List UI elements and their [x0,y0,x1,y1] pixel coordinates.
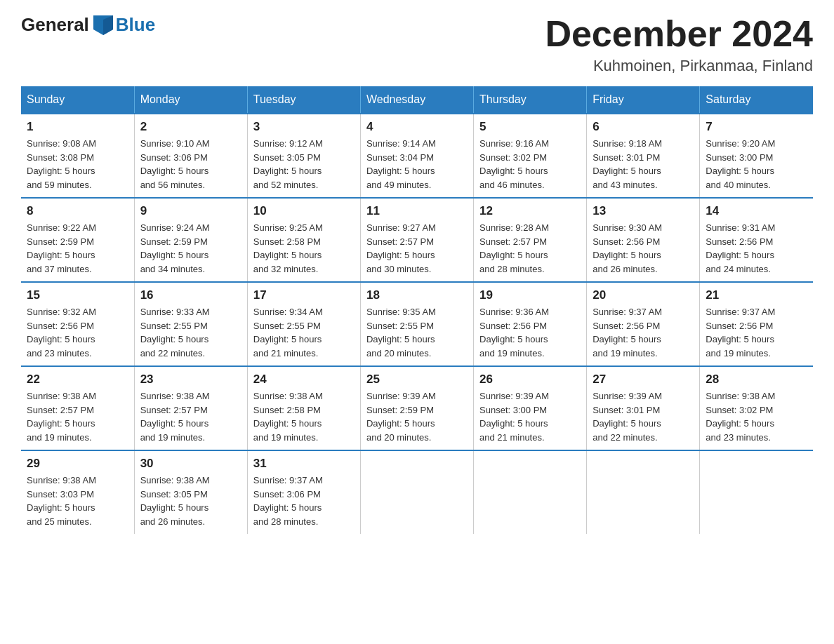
day-number: 16 [140,288,241,302]
day-info: Sunrise: 9:38 AMSunset: 3:05 PMDaylight:… [140,474,241,528]
calendar-cell: 25Sunrise: 9:39 AMSunset: 2:59 PMDayligh… [360,366,473,450]
calendar-cell: 14Sunrise: 9:31 AMSunset: 2:56 PMDayligh… [700,198,813,282]
calendar-cell: 23Sunrise: 9:38 AMSunset: 2:57 PMDayligh… [134,366,247,450]
day-info: Sunrise: 9:25 AMSunset: 2:58 PMDaylight:… [253,221,355,276]
day-info: Sunrise: 9:24 AMSunset: 2:59 PMDaylight:… [140,221,241,276]
weekday-header-friday: Friday [587,86,700,114]
day-number: 15 [27,288,128,302]
day-number: 31 [253,457,355,471]
day-info: Sunrise: 9:38 AMSunset: 2:57 PMDaylight:… [140,389,241,444]
weekday-header-row: SundayMondayTuesdayWednesdayThursdayFrid… [21,86,813,114]
day-number: 6 [593,120,694,134]
page-header: General Blue December 2024 Kuhmoinen, Pi… [21,14,813,75]
day-number: 8 [27,204,128,218]
calendar-cell: 16Sunrise: 9:33 AMSunset: 2:55 PMDayligh… [134,282,247,366]
calendar-cell: 7Sunrise: 9:20 AMSunset: 3:00 PMDaylight… [700,114,813,198]
calendar-cell: 15Sunrise: 9:32 AMSunset: 2:56 PMDayligh… [21,282,134,366]
calendar-cell: 10Sunrise: 9:25 AMSunset: 2:58 PMDayligh… [247,198,360,282]
calendar-body: 1Sunrise: 9:08 AMSunset: 3:08 PMDaylight… [21,114,813,534]
day-number: 20 [593,288,694,302]
calendar-cell: 9Sunrise: 9:24 AMSunset: 2:59 PMDaylight… [134,198,247,282]
day-number: 4 [366,120,468,134]
day-info: Sunrise: 9:28 AMSunset: 2:57 PMDaylight:… [479,221,581,276]
weekday-header-thursday: Thursday [474,86,587,114]
day-number: 9 [140,204,241,218]
day-number: 1 [27,120,128,134]
day-info: Sunrise: 9:16 AMSunset: 3:02 PMDaylight:… [479,137,581,192]
day-info: Sunrise: 9:12 AMSunset: 3:05 PMDaylight:… [253,137,355,192]
day-info: Sunrise: 9:39 AMSunset: 3:01 PMDaylight:… [593,389,694,444]
calendar-cell: 22Sunrise: 9:38 AMSunset: 2:57 PMDayligh… [21,366,134,450]
day-info: Sunrise: 9:37 AMSunset: 3:06 PMDaylight:… [253,474,355,528]
day-number: 7 [706,120,807,134]
day-info: Sunrise: 9:22 AMSunset: 2:59 PMDaylight:… [27,221,128,276]
calendar-cell [360,450,473,534]
month-title: December 2024 [545,14,813,54]
calendar-cell: 20Sunrise: 9:37 AMSunset: 2:56 PMDayligh… [587,282,700,366]
calendar-cell: 3Sunrise: 9:12 AMSunset: 3:05 PMDaylight… [247,114,360,198]
weekday-header-monday: Monday [134,86,247,114]
calendar-cell: 29Sunrise: 9:38 AMSunset: 3:03 PMDayligh… [21,450,134,534]
weekday-header-wednesday: Wednesday [360,86,473,114]
day-info: Sunrise: 9:39 AMSunset: 2:59 PMDaylight:… [366,389,468,444]
calendar-cell: 6Sunrise: 9:18 AMSunset: 3:01 PMDaylight… [587,114,700,198]
day-info: Sunrise: 9:31 AMSunset: 2:56 PMDaylight:… [706,221,807,276]
calendar-cell: 8Sunrise: 9:22 AMSunset: 2:59 PMDaylight… [21,198,134,282]
day-number: 27 [593,373,694,387]
calendar-cell: 5Sunrise: 9:16 AMSunset: 3:02 PMDaylight… [474,114,587,198]
day-number: 19 [479,288,581,302]
day-number: 29 [27,457,128,471]
day-number: 14 [706,204,807,218]
day-number: 24 [253,373,355,387]
day-number: 17 [253,288,355,302]
logo-icon [93,15,113,35]
calendar-week-row: 1Sunrise: 9:08 AMSunset: 3:08 PMDaylight… [21,114,813,198]
day-info: Sunrise: 9:33 AMSunset: 2:55 PMDaylight:… [140,305,241,360]
calendar-cell: 18Sunrise: 9:35 AMSunset: 2:55 PMDayligh… [360,282,473,366]
calendar-cell: 26Sunrise: 9:39 AMSunset: 3:00 PMDayligh… [474,366,587,450]
day-info: Sunrise: 9:38 AMSunset: 2:57 PMDaylight:… [27,389,128,444]
day-number: 3 [253,120,355,134]
location-subtitle: Kuhmoinen, Pirkanmaa, Finland [545,57,813,75]
day-info: Sunrise: 9:34 AMSunset: 2:55 PMDaylight:… [253,305,355,360]
calendar-table: SundayMondayTuesdayWednesdayThursdayFrid… [21,86,813,534]
day-number: 10 [253,204,355,218]
calendar-cell [474,450,587,534]
logo: General Blue [21,14,155,36]
calendar-header: SundayMondayTuesdayWednesdayThursdayFrid… [21,86,813,114]
day-number: 12 [479,204,581,218]
day-info: Sunrise: 9:38 AMSunset: 2:58 PMDaylight:… [253,389,355,444]
weekday-header-saturday: Saturday [700,86,813,114]
day-number: 13 [593,204,694,218]
day-info: Sunrise: 9:38 AMSunset: 3:02 PMDaylight:… [706,389,807,444]
calendar-week-row: 22Sunrise: 9:38 AMSunset: 2:57 PMDayligh… [21,366,813,450]
calendar-cell: 4Sunrise: 9:14 AMSunset: 3:04 PMDaylight… [360,114,473,198]
day-number: 22 [27,373,128,387]
day-number: 23 [140,373,241,387]
weekday-header-sunday: Sunday [21,86,134,114]
calendar-cell: 11Sunrise: 9:27 AMSunset: 2:57 PMDayligh… [360,198,473,282]
day-info: Sunrise: 9:18 AMSunset: 3:01 PMDaylight:… [593,137,694,192]
day-number: 5 [479,120,581,134]
calendar-cell: 13Sunrise: 9:30 AMSunset: 2:56 PMDayligh… [587,198,700,282]
calendar-week-row: 15Sunrise: 9:32 AMSunset: 2:56 PMDayligh… [21,282,813,366]
day-info: Sunrise: 9:37 AMSunset: 2:56 PMDaylight:… [593,305,694,360]
day-info: Sunrise: 9:14 AMSunset: 3:04 PMDaylight:… [366,137,468,192]
day-info: Sunrise: 9:10 AMSunset: 3:06 PMDaylight:… [140,137,241,192]
calendar-cell: 30Sunrise: 9:38 AMSunset: 3:05 PMDayligh… [134,450,247,534]
day-number: 2 [140,120,241,134]
calendar-cell: 21Sunrise: 9:37 AMSunset: 2:56 PMDayligh… [700,282,813,366]
day-info: Sunrise: 9:38 AMSunset: 3:03 PMDaylight:… [27,474,128,528]
day-info: Sunrise: 9:30 AMSunset: 2:56 PMDaylight:… [593,221,694,276]
day-number: 25 [366,373,468,387]
calendar-cell [587,450,700,534]
calendar-week-row: 29Sunrise: 9:38 AMSunset: 3:03 PMDayligh… [21,450,813,534]
calendar-cell: 12Sunrise: 9:28 AMSunset: 2:57 PMDayligh… [474,198,587,282]
day-number: 18 [366,288,468,302]
calendar-cell: 31Sunrise: 9:37 AMSunset: 3:06 PMDayligh… [247,450,360,534]
day-number: 28 [706,373,807,387]
calendar-cell [700,450,813,534]
logo-text-blue: Blue [116,14,155,36]
title-block: December 2024 Kuhmoinen, Pirkanmaa, Finl… [545,14,813,75]
day-number: 26 [479,373,581,387]
